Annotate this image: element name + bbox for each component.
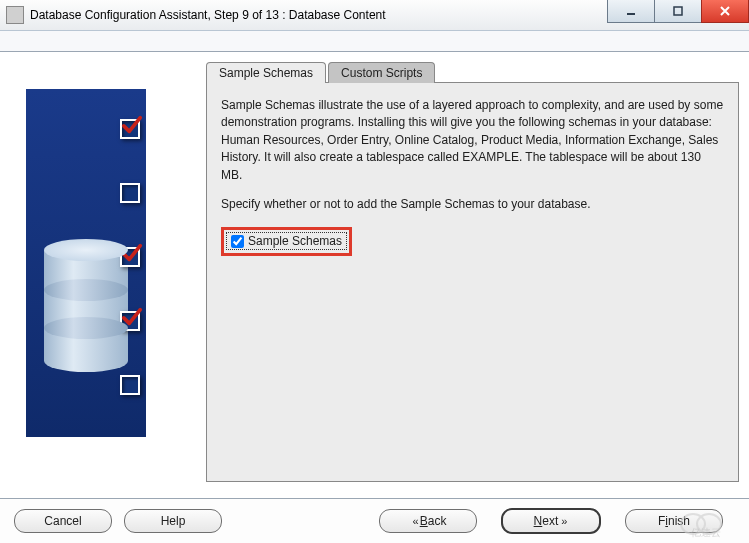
tab-panel: Sample Schemas illustrate the use of a l… [206, 82, 739, 482]
sidebar-step-5 [120, 375, 140, 395]
sidebar-steps [120, 119, 140, 395]
sidebar-graphic [26, 89, 146, 437]
sidebar-step-box [120, 183, 140, 203]
maximize-button[interactable] [654, 0, 702, 23]
sample-schemas-option[interactable]: Sample Schemas [226, 232, 347, 250]
help-button[interactable]: Help [124, 509, 222, 533]
sidebar-step-box [120, 119, 140, 139]
title-divider [0, 31, 749, 52]
sidebar-step-2 [120, 183, 140, 203]
tab-bar: Sample Schemas Custom Scripts [206, 59, 739, 83]
minimize-button[interactable] [607, 0, 655, 23]
titlebar[interactable]: Database Configuration Assistant, Step 9… [0, 0, 749, 31]
description-text: Sample Schemas illustrate the use of a l… [221, 97, 724, 213]
window-controls [608, 0, 749, 22]
close-button[interactable] [701, 0, 749, 23]
sample-schemas-label[interactable]: Sample Schemas [248, 234, 342, 248]
footer-bar: Cancel Help « Back Next » Finish [0, 498, 749, 543]
minimize-icon [625, 5, 637, 17]
svg-text:亿速云: 亿速云 [690, 527, 721, 538]
sidebar-step-1 [120, 119, 140, 139]
next-label: Next [534, 514, 559, 528]
next-arrow-icon: » [561, 515, 565, 527]
maximize-icon [672, 5, 684, 17]
close-icon [719, 5, 731, 17]
watermark: 亿速云 [679, 510, 741, 541]
sample-schemas-checkbox[interactable] [231, 235, 244, 248]
main-panel: Sample Schemas Custom Scripts Sample Sch… [188, 54, 739, 493]
back-label: Back [420, 514, 447, 528]
cancel-button[interactable]: Cancel [14, 509, 112, 533]
app-icon [6, 6, 24, 24]
highlight-box: Sample Schemas [221, 227, 352, 256]
wizard-sidebar [10, 54, 188, 493]
description-paragraph-1: Sample Schemas illustrate the use of a l… [221, 97, 724, 184]
tab-custom-scripts[interactable]: Custom Scripts [328, 62, 435, 83]
content-area: Sample Schemas Custom Scripts Sample Sch… [0, 50, 749, 493]
back-arrow-icon: « [413, 515, 417, 527]
tab-sample-schemas[interactable]: Sample Schemas [206, 62, 326, 83]
database-cylinder-icon [44, 239, 128, 379]
window-title: Database Configuration Assistant, Step 9… [30, 8, 386, 22]
next-button[interactable]: Next » [501, 508, 601, 534]
description-paragraph-2: Specify whether or not to add the Sample… [221, 196, 724, 213]
app-window: Database Configuration Assistant, Step 9… [0, 0, 749, 543]
svg-rect-1 [674, 7, 682, 15]
sidebar-step-box [120, 375, 140, 395]
back-button[interactable]: « Back [379, 509, 477, 533]
